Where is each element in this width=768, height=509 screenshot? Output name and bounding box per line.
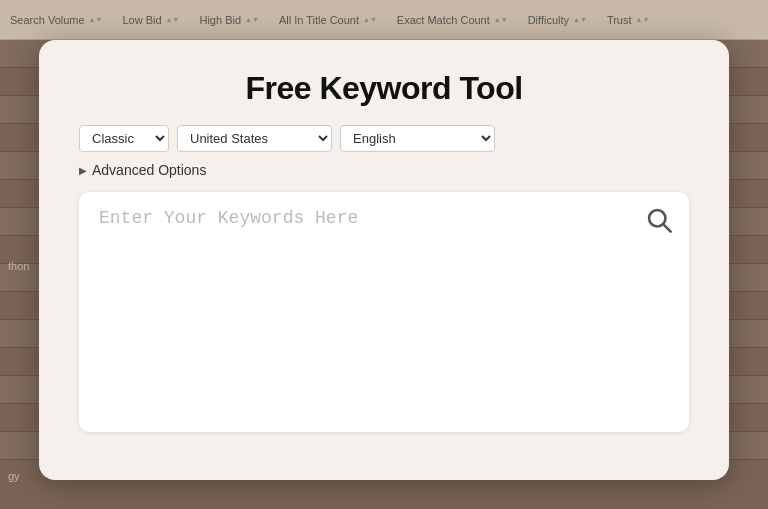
- search-box: [79, 192, 689, 432]
- country-select[interactable]: United States United Kingdom Canada Aust…: [177, 125, 332, 152]
- language-select[interactable]: English Spanish French German: [340, 125, 495, 152]
- search-icon: [645, 206, 673, 234]
- modal-card: Free Keyword Tool Classic Advanced Unite…: [39, 40, 729, 480]
- advanced-options-label: Advanced Options: [92, 162, 206, 178]
- advanced-options-toggle[interactable]: ▶ Advanced Options: [79, 162, 206, 178]
- search-button[interactable]: [645, 206, 673, 240]
- chevron-right-icon: ▶: [79, 165, 87, 176]
- type-select[interactable]: Classic Advanced: [79, 125, 169, 152]
- modal-overlay: Free Keyword Tool Classic Advanced Unite…: [0, 0, 768, 509]
- page-title: Free Keyword Tool: [245, 70, 522, 107]
- controls-row: Classic Advanced United States United Ki…: [79, 125, 495, 152]
- svg-line-1: [664, 225, 671, 232]
- keywords-textarea[interactable]: [99, 208, 639, 408]
